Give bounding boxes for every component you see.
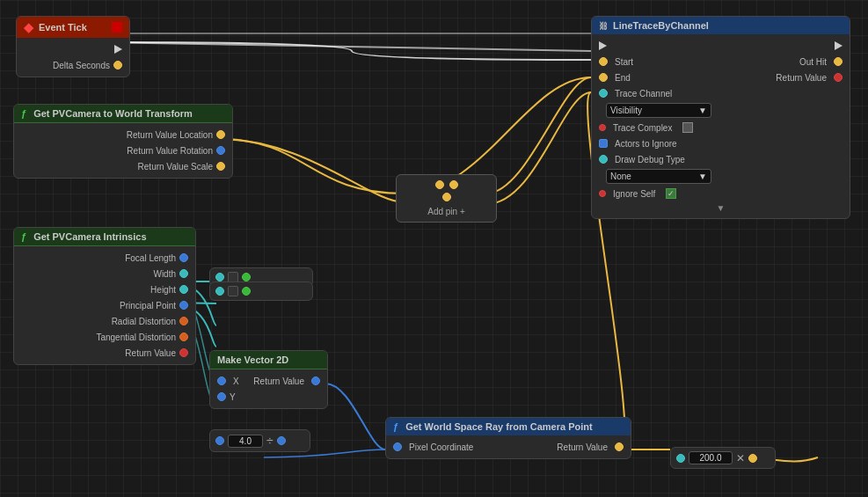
lt-tc-pin	[599, 89, 608, 98]
v200-in	[676, 454, 685, 463]
lt-debug-pin	[599, 155, 608, 164]
m2-mid-pin	[228, 286, 238, 296]
m2-in-pin	[215, 287, 224, 296]
delta-seconds-label: Delta Seconds	[53, 61, 110, 70]
focal-pin	[179, 253, 188, 262]
addpin-in1	[435, 180, 444, 189]
tangential-label: Tangential Distortion	[96, 333, 176, 342]
dropdown-arrow2: ▼	[698, 172, 707, 181]
div-out	[277, 436, 286, 445]
height-pin	[179, 285, 188, 294]
ray-func-icon: ƒ	[393, 421, 398, 432]
lt-outhit-label: Out Hit	[799, 57, 827, 67]
lt-outhit-pin	[834, 57, 842, 66]
lt-tc-label: Trace Channel	[615, 89, 672, 99]
linetrace-title: LineTraceByChannel	[613, 20, 709, 31]
lt-ignoreself-label: Ignore Self	[613, 189, 655, 199]
none-text: None	[610, 172, 631, 181]
func-icon2: ƒ	[21, 231, 26, 242]
tangential-pin	[179, 333, 188, 341]
event-icon: ◆	[24, 20, 33, 34]
principal-label: Principal Point	[120, 301, 176, 311]
rv-rotation-pin	[216, 146, 225, 155]
lt-exec-in	[599, 41, 607, 50]
delta-seconds-pin	[113, 61, 122, 69]
principal-pin	[179, 301, 188, 310]
rv-location-pin	[216, 130, 225, 139]
add-pin-text[interactable]: Add pin +	[427, 207, 465, 216]
lt-debug-label: Draw Debug Type	[615, 155, 685, 164]
rv-location-label: Return Value Location	[127, 130, 213, 140]
rv-scale-label: Return Value Scale	[138, 162, 213, 172]
lt-ignoreself-pin	[599, 190, 606, 197]
radial-pin	[179, 317, 188, 325]
add-pin-node: Add pin +	[396, 174, 497, 223]
scroll-arrow: ▼	[592, 201, 850, 215]
exec-out-pin	[114, 45, 122, 54]
lt-start-pin	[599, 57, 608, 66]
lt-exec-out	[835, 41, 842, 50]
div-icon: ÷	[266, 434, 274, 448]
linetrace-chain-icon: ⛓	[599, 21, 608, 31]
mv2d-title: Make Vector 2D	[217, 354, 288, 365]
event-tick-red-indicator	[112, 22, 122, 33]
lt-rv-pin	[834, 73, 842, 82]
ray-title: Get World Space Ray from Camera Point	[405, 421, 593, 432]
focal-label: Focal Length	[125, 253, 176, 263]
lt-start-label: Start	[615, 57, 633, 67]
value-200-node: 200.0 ✕	[670, 447, 776, 469]
rv-rotation-label: Return Value Rotation	[127, 146, 213, 156]
lt-tracecomplex-label: Trace Complex	[613, 123, 672, 133]
func-icon: ƒ	[21, 108, 26, 119]
width-pin	[179, 269, 188, 278]
m2-out-pin	[242, 287, 251, 296]
div-in	[215, 436, 224, 445]
ray-pixel-label: Pixel Coordinate	[409, 442, 473, 452]
ray-pixel-pin	[393, 442, 402, 451]
divide-node: 4.0 ÷	[209, 429, 310, 452]
lt-actors-label: Actors to Ignore	[615, 139, 677, 149]
addpin-out1	[449, 180, 458, 189]
get-world-space-ray-node: ƒ Get World Space Ray from Camera Point …	[385, 417, 631, 459]
lt-rv-label: Return Value	[776, 73, 827, 83]
make-vector2d-node: Make Vector 2D X Return Value Y	[209, 350, 328, 409]
draw-debug-dropdown[interactable]: None ▼	[606, 169, 711, 184]
height-label: Height	[150, 285, 176, 295]
get-pvcamera-intrinsics-node: ƒ Get PVCamera Intrinsics Focal Length W…	[13, 227, 196, 365]
lt-end-label: End	[615, 73, 631, 83]
mv2d-rv-pin	[311, 376, 320, 385]
dropdown-arrow: ▼	[698, 106, 707, 115]
addpin-in2	[442, 193, 451, 201]
ray-rv-label: Return Value	[557, 442, 608, 452]
v200-value[interactable]: 200.0	[689, 451, 733, 464]
event-tick-node: ◆ Event Tick Delta Seconds	[16, 16, 130, 77]
visibility-text: Visibility	[610, 106, 642, 115]
linetrace-node: ⛓ LineTraceByChannel Start Out Hit End	[591, 16, 850, 219]
transform-title: Get PVCamera to World Transform	[33, 108, 193, 119]
math-node-2	[209, 281, 313, 301]
add-pin-label: Add pin +	[402, 207, 491, 216]
rv-label-i: Return Value	[125, 348, 176, 358]
mv2d-rv-label: Return Value	[253, 376, 304, 386]
v200-x: ✕	[736, 452, 745, 464]
m1-out-pin	[242, 273, 251, 281]
radial-label: Radial Distortion	[112, 317, 176, 326]
lt-actors-pin	[599, 139, 608, 148]
rv-scale-pin	[216, 162, 225, 171]
event-tick-title: Event Tick	[39, 22, 87, 33]
x-pin	[217, 376, 226, 385]
y-label: Y	[230, 392, 236, 402]
v200-out	[748, 454, 757, 463]
trace-channel-dropdown[interactable]: Visibility ▼	[606, 103, 711, 118]
lt-end-pin	[599, 73, 608, 82]
y-pin	[217, 392, 226, 401]
get-pvcamera-transform-node: ƒ Get PVCamera to World Transform Return…	[13, 104, 233, 179]
div-value[interactable]: 4.0	[228, 435, 263, 448]
rv-pin-i	[179, 348, 188, 357]
x-label: X	[233, 376, 239, 386]
width-label: Width	[153, 269, 176, 279]
intrinsics-title: Get PVCamera Intrinsics	[33, 231, 146, 242]
lt-tracecomplex-pin	[599, 124, 606, 131]
ignore-self-checkbox[interactable]: ✓	[666, 188, 676, 199]
trace-complex-checkbox[interactable]	[682, 122, 693, 133]
